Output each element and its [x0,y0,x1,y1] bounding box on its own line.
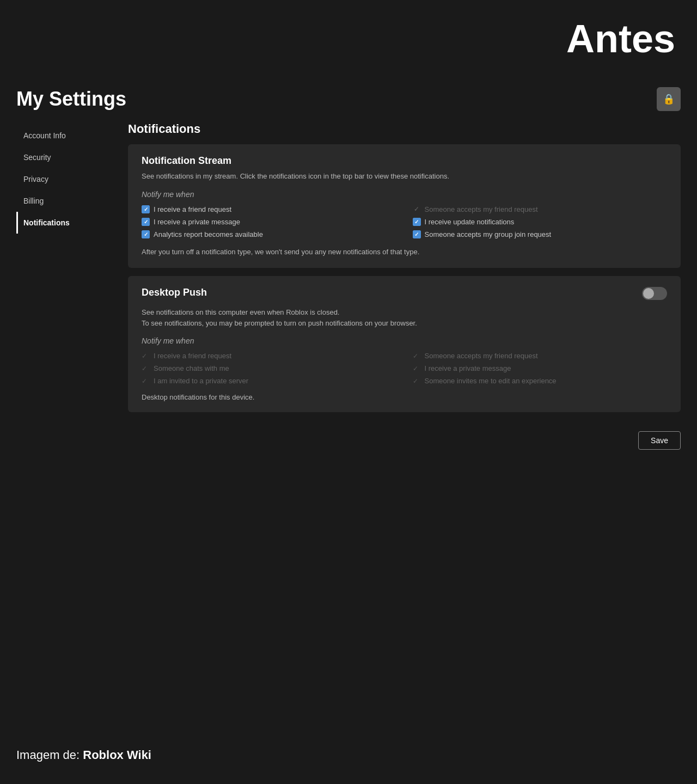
save-button[interactable]: Save [638,431,681,450]
checkbox-desktop-private-message-label: I receive a private message [425,364,511,372]
notify-me-when-label-desktop: Notify me when [142,336,667,345]
checkbox-grid-desktop: ✓ I receive a friend request ✓ Someone a… [142,352,667,385]
check-icon-grey-5: ✓ [142,377,150,385]
sidebar-item-notifications[interactable]: Notifications [16,212,117,234]
checkbox-desktop-accepts-friend: ✓ Someone accepts my friend request [413,352,668,360]
page-title: My Settings [16,88,126,111]
bottom-footer: Imagem de: Roblox Wiki [16,748,151,762]
sidebar-item-billing[interactable]: Billing [16,190,117,212]
checkbox-group-join[interactable]: Someone accepts my group join request [413,230,668,238]
check-icon-grey-2: ✓ [413,352,421,360]
notification-stream-description: See notifications in my stream. Click th… [142,171,667,182]
footer-prefix: Imagem de: [16,748,83,762]
checkbox-friend-request-box[interactable] [142,205,150,213]
checkbox-desktop-edit-experience: ✓ Someone invites me to edit an experien… [413,377,668,385]
check-icon-grey-6: ✓ [413,377,421,385]
checkbox-desktop-friend-request-label: I receive a friend request [154,352,231,360]
checkbox-analytics[interactable]: Analytics report becomes available [142,230,396,238]
notification-stream-note: After you turn off a notification type, … [142,247,667,258]
checkbox-update-notifications-label: I receive update notifications [425,218,515,226]
desktop-push-toggle[interactable] [642,287,667,300]
notification-stream-card: Notification Stream See notifications in… [128,144,681,268]
checkbox-private-message-box[interactable] [142,218,150,226]
toggle-knob [643,288,654,299]
notify-me-when-label-stream: Notify me when [142,190,667,199]
checkbox-desktop-accepts-friend-label: Someone accepts my friend request [425,352,538,360]
checkbox-desktop-friend-request: ✓ I receive a friend request [142,352,396,360]
check-icon-grey-3: ✓ [142,365,150,372]
checkbox-desktop-private-server-label: I am invited to a private server [154,377,248,385]
checkbox-desktop-private-server: ✓ I am invited to a private server [142,377,396,385]
sidebar-item-security[interactable]: Security [16,146,117,168]
checkbox-private-message-label: I receive a private message [154,218,240,226]
checkbox-desktop-chats: ✓ Someone chats with me [142,364,396,372]
lock-icon: 🔒 [663,93,675,105]
desktop-push-header-row: Desktop Push [142,287,667,303]
footer-brand: Roblox Wiki [83,748,151,762]
checkbox-analytics-label: Analytics report becomes available [154,230,263,238]
checkbox-group-join-label: Someone accepts my group join request [425,230,552,238]
desktop-push-card: Desktop Push See notifications on this c… [128,276,681,412]
checkbox-update-notifications[interactable]: I receive update notifications [413,218,668,226]
checkbox-private-message[interactable]: I receive a private message [142,218,396,226]
checkbox-desktop-private-message: ✓ I receive a private message [413,364,668,372]
sidebar-item-privacy[interactable]: Privacy [16,168,117,190]
checkbox-analytics-box[interactable] [142,230,150,238]
checkbox-friend-request[interactable]: I receive a friend request [142,205,396,213]
main-layout: Account Info Security Privacy Billing No… [0,122,697,461]
checkbox-desktop-edit-experience-label: Someone invites me to edit an experience [425,377,557,385]
desktop-push-title: Desktop Push [142,287,207,298]
lock-icon-button[interactable]: 🔒 [657,87,681,111]
checkbox-accepts-friend-box: ✓ [413,205,421,213]
section-title: Notifications [128,122,681,136]
watermark-label: Antes [566,16,675,61]
notification-stream-title: Notification Stream [142,155,667,167]
save-area: Save [128,420,681,461]
desktop-push-description: See notifications on this computer even … [142,307,667,328]
checkbox-desktop-chats-label: Someone chats with me [154,364,229,372]
checkbox-accepts-friend-label: Someone accepts my friend request [425,205,538,213]
sidebar-item-account-info[interactable]: Account Info [16,125,117,146]
sidebar: Account Info Security Privacy Billing No… [16,122,117,461]
check-icon-grey-1: ✓ [142,352,150,360]
checkbox-update-notifications-box[interactable] [413,218,421,226]
desktop-push-note: Desktop notifications for this device. [142,393,667,401]
checkbox-group-join-box[interactable] [413,230,421,238]
check-icon-grey-4: ✓ [413,365,421,372]
content-area: Notifications Notification Stream See no… [117,122,681,461]
checkbox-friend-request-label: I receive a friend request [154,205,231,213]
checkbox-accepts-friend: ✓ Someone accepts my friend request [413,205,668,213]
checkbox-grid-stream: I receive a friend request ✓ Someone acc… [142,205,667,238]
